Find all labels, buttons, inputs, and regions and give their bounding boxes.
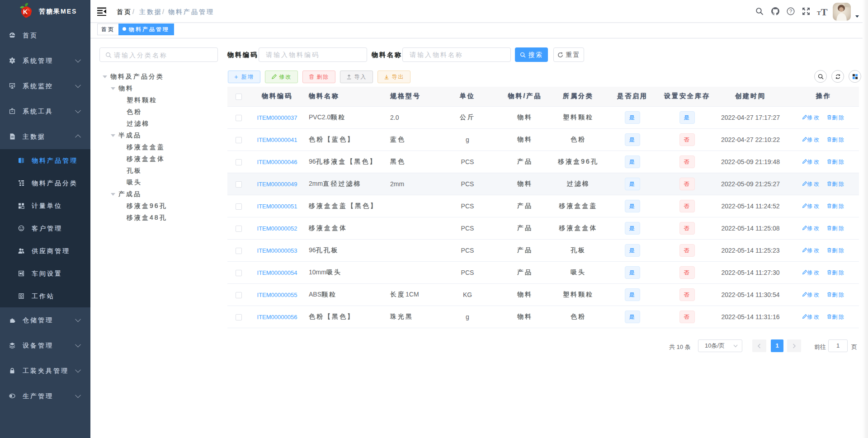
svg-text:?: ? xyxy=(789,9,792,14)
svg-text:K: K xyxy=(23,8,28,15)
